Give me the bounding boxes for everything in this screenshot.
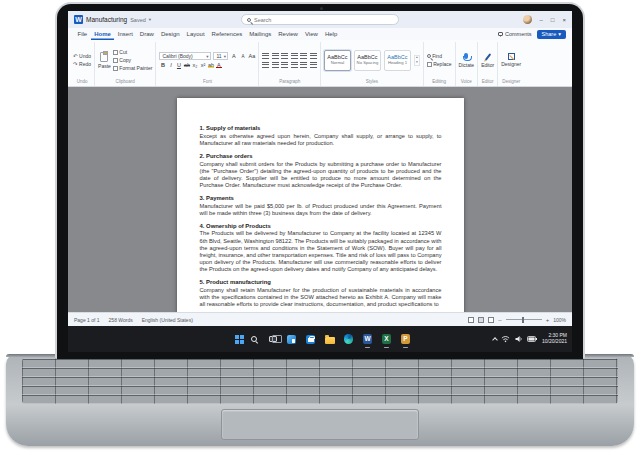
word-taskbar-icon[interactable]: W	[362, 334, 373, 345]
sort-button[interactable]	[310, 53, 317, 59]
tab-home[interactable]: Home	[91, 28, 115, 40]
change-case-button[interactable]: Aa	[248, 53, 255, 59]
section-heading[interactable]: 3. Payments	[200, 195, 442, 202]
section-body[interactable]: Manufacturer will be paid $5,000 per lb.…	[200, 203, 442, 217]
style-no-spacing[interactable]: AaBbCc No Spacing	[354, 50, 381, 71]
tab-view[interactable]: View	[301, 28, 321, 40]
bullets-button[interactable]	[262, 53, 269, 59]
tab-help[interactable]: Help	[321, 28, 340, 40]
read-mode-button[interactable]	[468, 317, 474, 323]
zoom-slider[interactable]	[506, 319, 542, 320]
underline-button[interactable]: U	[175, 62, 182, 68]
section-body[interactable]: Company shall submit orders for the Prod…	[200, 161, 442, 190]
undo-button[interactable]: ↶ Undo	[73, 53, 91, 59]
scroll-down-icon: ▾	[416, 61, 418, 65]
section-body[interactable]: The Products will be delivered by Manufa…	[200, 230, 442, 273]
editor-button[interactable]: Editor	[481, 53, 494, 68]
copy-button[interactable]: Copy	[113, 57, 153, 63]
justify-button[interactable]	[291, 62, 298, 68]
excel-taskbar-icon[interactable]: X	[381, 334, 392, 345]
doc-section: 5. Product manufacturing Company shall r…	[200, 279, 442, 308]
search-box[interactable]	[241, 14, 399, 25]
zoom-out-button[interactable]: –	[498, 317, 501, 323]
zoom-level[interactable]: 100%	[553, 317, 566, 323]
widgets-icon[interactable]	[286, 334, 297, 345]
minimize-button[interactable]: –	[540, 17, 543, 23]
tray-chevron-up-icon[interactable]	[492, 337, 498, 343]
tab-mailings[interactable]: Mailings	[246, 28, 275, 40]
store-icon[interactable]	[305, 334, 316, 345]
tab-draw[interactable]: Draw	[136, 28, 157, 40]
autosave-status[interactable]: Saved	[130, 17, 146, 23]
word-app-icon[interactable]: W	[74, 15, 83, 24]
print-layout-button[interactable]	[478, 317, 484, 323]
font-color-button[interactable]: A	[215, 62, 222, 68]
section-heading[interactable]: 2. Purchase orders	[200, 153, 442, 160]
strikethrough-button[interactable]: ab	[183, 62, 190, 68]
bold-button[interactable]: B	[159, 62, 166, 68]
cut-button[interactable]: Cut	[113, 49, 153, 55]
italic-button[interactable]: I	[167, 62, 174, 68]
maximize-button[interactable]: □	[551, 17, 555, 23]
tab-insert[interactable]: Insert	[114, 28, 136, 40]
edge-icon[interactable]	[343, 334, 354, 345]
align-center-button[interactable]	[272, 62, 279, 68]
multilevel-list-button[interactable]	[281, 53, 288, 59]
numbering-button[interactable]	[272, 53, 279, 59]
format-painter-button[interactable]: Format Painter	[113, 65, 153, 71]
styles-gallery-scroll[interactable]: ▴ ▾	[414, 55, 420, 66]
zoom-in-button[interactable]: +	[546, 317, 550, 323]
style-normal[interactable]: AaBbCc Normal	[324, 50, 351, 71]
start-icon[interactable]	[229, 334, 240, 345]
section-body[interactable]: Except as otherwise agreed upon herein, …	[200, 133, 442, 147]
dictate-button[interactable]: Dictate	[459, 53, 475, 68]
line-spacing-button[interactable]	[300, 62, 307, 68]
task-view-icon[interactable]	[267, 334, 278, 345]
taskbar-search-icon[interactable]	[248, 334, 259, 345]
user-avatar[interactable]	[523, 15, 532, 24]
find-button[interactable]: Find	[427, 53, 452, 59]
volume-icon[interactable]	[515, 335, 523, 343]
web-layout-button[interactable]	[488, 317, 494, 323]
redo-button[interactable]: ↷ Redo	[73, 61, 91, 67]
wifi-icon[interactable]	[501, 335, 510, 343]
comments-button[interactable]: Comments	[498, 31, 532, 37]
language-status[interactable]: English (United States)	[142, 317, 193, 323]
font-family-dropdown[interactable]: Calibri (Body) ▾	[159, 52, 211, 60]
section-heading[interactable]: 1. Supply of materials	[200, 125, 442, 132]
powerpoint-taskbar-icon[interactable]: P	[400, 334, 411, 345]
subscript-button[interactable]: x₂	[191, 62, 198, 68]
share-button[interactable]: Share ▾	[537, 30, 566, 39]
font-size-dropdown[interactable]: 11 ▾	[213, 52, 228, 60]
tab-design[interactable]: Design	[157, 28, 183, 40]
close-button[interactable]: ×	[562, 17, 566, 23]
highlight-color-button[interactable]: ab	[207, 62, 214, 68]
page-count[interactable]: Page 1 of 1	[74, 317, 100, 323]
borders-button[interactable]	[310, 62, 317, 68]
section-heading[interactable]: 4. Ownership of Products	[200, 223, 442, 230]
align-right-button[interactable]	[281, 62, 288, 68]
file-explorer-icon[interactable]	[324, 334, 335, 345]
style-heading-1[interactable]: AaBbCc Heading 1	[384, 50, 411, 71]
decrease-indent-button[interactable]	[291, 53, 298, 59]
paste-button[interactable]: Paste	[98, 52, 111, 69]
search-input[interactable]	[254, 17, 393, 23]
designer-button[interactable]: Designer	[501, 53, 521, 67]
tab-layout[interactable]: Layout	[183, 28, 208, 40]
section-body[interactable]: Company shall retain Manufacturer for th…	[200, 287, 442, 309]
tab-review[interactable]: Review	[275, 28, 302, 40]
increase-indent-button[interactable]	[300, 53, 307, 59]
grow-font-button[interactable]: A	[230, 53, 237, 59]
tab-references[interactable]: References	[208, 28, 246, 40]
taskbar-clock[interactable]: 2:30 PM 10/20/2021	[542, 333, 567, 345]
align-left-button[interactable]	[262, 62, 269, 68]
replace-button[interactable]: Replace	[427, 61, 452, 67]
document-page[interactable]: 1. Supply of materials Except as otherwi…	[177, 98, 464, 312]
zoom-slider-thumb[interactable]	[522, 317, 525, 323]
word-count[interactable]: 258 Words	[109, 317, 133, 323]
superscript-button[interactable]: x²	[199, 62, 206, 68]
section-heading[interactable]: 5. Product manufacturing	[200, 279, 442, 286]
tab-file[interactable]: File	[74, 28, 91, 40]
shrink-font-button[interactable]: A	[239, 54, 246, 59]
battery-icon[interactable]	[527, 336, 537, 342]
